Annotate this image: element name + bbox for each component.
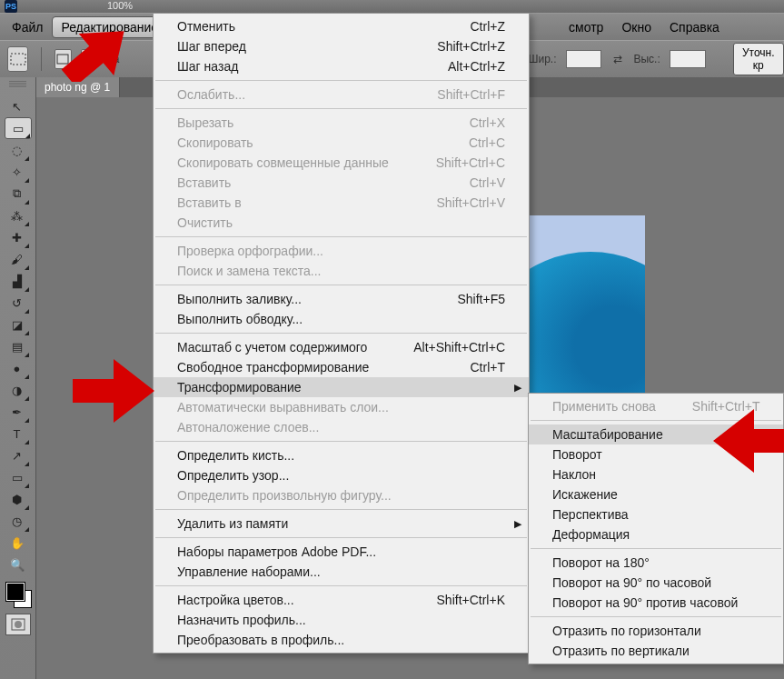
edit-menu-item[interactable]: Настройка цветов...Shift+Ctrl+K (154, 590, 529, 610)
width-input[interactable] (566, 50, 602, 68)
selection-new-icon[interactable] (55, 49, 72, 69)
gradient-tool[interactable]: ▤ (5, 335, 30, 357)
shape-tool[interactable]: ▭ (5, 466, 30, 488)
menu-item-label: Отразить по вертикали (552, 644, 690, 658)
hand-tool[interactable]: ✋ (5, 532, 30, 554)
transform-menu-item[interactable]: Отразить по вертикали (529, 641, 783, 661)
menu-item-label: Проверка орфографии... (177, 244, 323, 258)
menu-item-label: Удалить из памяти (177, 516, 288, 531)
menu-item-label: Управление наборами... (177, 564, 321, 579)
menu-item-label: Выполнить заливку... (177, 292, 302, 306)
refine-edge-button[interactable]: Уточн. кр (733, 43, 784, 75)
edit-menu-item[interactable]: Назначить профиль... (154, 610, 529, 630)
marquee-tool[interactable]: ▭ (5, 117, 32, 139)
menu-separator (155, 333, 527, 334)
edit-menu-item[interactable]: Управление наборами... (154, 562, 529, 582)
transform-menu-item[interactable]: Поворот на 90° против часовой (529, 593, 783, 613)
edit-menu-item[interactable]: Выполнить обводку... (154, 309, 529, 329)
menu-item-shortcut: Ctrl+X (470, 115, 505, 130)
menu-item-shortcut: Shift+F5 (457, 292, 505, 306)
menu-item-label: Автоматически выравнивать слои... (177, 400, 389, 414)
brush-tool[interactable]: 🖌 (5, 248, 30, 270)
type-tool[interactable]: T (5, 423, 30, 444)
transform-menu-item[interactable]: Масштабирование (529, 424, 783, 444)
transform-menu-item[interactable]: Перспектива (529, 504, 783, 524)
menu-item-label: Вставить (177, 175, 231, 190)
wand-tool[interactable]: ✧ (5, 161, 30, 183)
menu-edit[interactable]: Редактирование (52, 16, 167, 38)
marquee-preset-icon[interactable] (7, 46, 28, 72)
stamp-tool[interactable]: ▟ (5, 270, 30, 292)
title-bar: PS 100% (0, 0, 784, 13)
transform-menu-item[interactable]: Поворот на 180° (529, 553, 783, 573)
edit-menu-item: Ослабить...Shift+Ctrl+F (154, 85, 529, 105)
edit-menu-item: Поиск и замена текста... (154, 261, 529, 281)
edit-menu-dropdown: ОтменитьCtrl+ZШаг впередShift+Ctrl+ZШаг … (153, 13, 530, 654)
quickmask-toggle[interactable] (5, 614, 31, 635)
height-input[interactable] (670, 50, 706, 68)
pen-tool[interactable]: ✒ (5, 401, 30, 423)
transform-menu-item[interactable]: Деформация (529, 524, 783, 544)
transform-menu-item[interactable]: Искажение (529, 484, 783, 504)
color-swatches[interactable] (5, 581, 32, 608)
edit-menu-item[interactable]: Наборы параметров Adobe PDF... (154, 542, 529, 562)
transform-menu-item: Применить сноваShift+Ctrl+T (529, 396, 783, 416)
edit-menu-item: Вставить вShift+Ctrl+V (154, 193, 529, 213)
swap-dims-icon[interactable]: ⇄ (610, 53, 624, 65)
edit-menu-item[interactable]: Преобразовать в профиль... (154, 630, 529, 650)
foreground-color[interactable] (6, 583, 25, 601)
3d-camera-tool[interactable]: ◷ (5, 510, 30, 532)
selection-add-icon[interactable] (81, 49, 98, 69)
move-tool[interactable]: ↖ (5, 95, 30, 117)
eyedropper-tool[interactable]: ⁂ (5, 205, 30, 226)
ps-logo-icon: PS (5, 0, 17, 13)
path-select-tool[interactable]: ↗ (5, 444, 30, 466)
edit-menu-item[interactable]: Удалить из памяти▶ (154, 514, 529, 534)
menu-item-label: Настройка цветов... (177, 593, 294, 607)
menu-separator (155, 537, 527, 538)
menu-separator (155, 236, 527, 237)
document-tab[interactable]: photo ng @ 1 (35, 77, 120, 97)
menu-item-label: Применить снова (552, 399, 656, 414)
menu-item-label: Поворот на 90° против часовой (552, 595, 738, 610)
menu-separator (155, 285, 527, 285)
transform-menu-item[interactable]: Поворот на 90° по часовой (529, 573, 783, 593)
edit-menu-item[interactable]: Определить кисть... (154, 445, 529, 465)
edit-menu-item[interactable]: ОтменитьCtrl+Z (154, 16, 529, 36)
menu-item-label: Наклон (552, 467, 596, 482)
edit-menu-item: Очистить (154, 213, 529, 233)
transform-menu-item[interactable]: Отразить по горизонтали (529, 621, 783, 641)
blur-tool[interactable]: ● (5, 357, 30, 379)
menu-separator (155, 509, 527, 510)
lasso-tool[interactable]: ◌ (5, 139, 30, 161)
menu-item-label: Выполнить обводку... (177, 312, 303, 326)
eraser-tool[interactable]: ◪ (5, 314, 30, 335)
submenu-arrow-icon: ▶ (514, 518, 521, 530)
edit-menu-item[interactable]: Масштаб с учетом содержимогоAlt+Shift+Ct… (154, 337, 529, 357)
palette-grip[interactable] (9, 81, 26, 88)
edit-menu-item[interactable]: Свободное трансформированиеCtrl+T (154, 357, 529, 377)
menu-item-shortcut: Shift+Ctrl+C (436, 155, 505, 170)
edit-menu-item[interactable]: Выполнить заливку...Shift+F5 (154, 289, 529, 309)
dodge-tool[interactable]: ◑ (5, 379, 30, 401)
transform-menu-item[interactable]: Наклон (529, 464, 783, 484)
crop-tool[interactable]: ⧉ (5, 183, 30, 205)
edit-menu-item[interactable]: Трансформирование▶ (154, 377, 529, 397)
zoom-tool[interactable]: 🔍 (5, 554, 30, 575)
menu-view[interactable]: смотр (560, 15, 612, 39)
edit-menu-item[interactable]: Шаг впередShift+Ctrl+Z (154, 36, 529, 56)
edit-menu-item[interactable]: Определить узор... (154, 465, 529, 485)
heal-tool[interactable]: ✚ (5, 226, 30, 248)
edit-menu-item[interactable]: Шаг назадAlt+Ctrl+Z (154, 56, 529, 76)
transform-menu-item[interactable]: Поворот (529, 444, 783, 464)
history-brush-tool[interactable]: ↺ (5, 292, 30, 314)
menu-item-label: Поиск и замена текста... (177, 264, 321, 278)
zoom-value: 100% (107, 0, 133, 11)
height-label: Выс.: (633, 53, 660, 65)
menu-help[interactable]: Справка (660, 15, 729, 39)
edit-menu-item: Автоматически выравнивать слои... (154, 397, 529, 417)
3d-tool[interactable]: ⬢ (5, 488, 30, 510)
menu-item-shortcut: Ctrl+C (469, 135, 505, 150)
menu-window[interactable]: Окно (612, 15, 660, 39)
menu-file[interactable]: Файл (3, 15, 52, 39)
